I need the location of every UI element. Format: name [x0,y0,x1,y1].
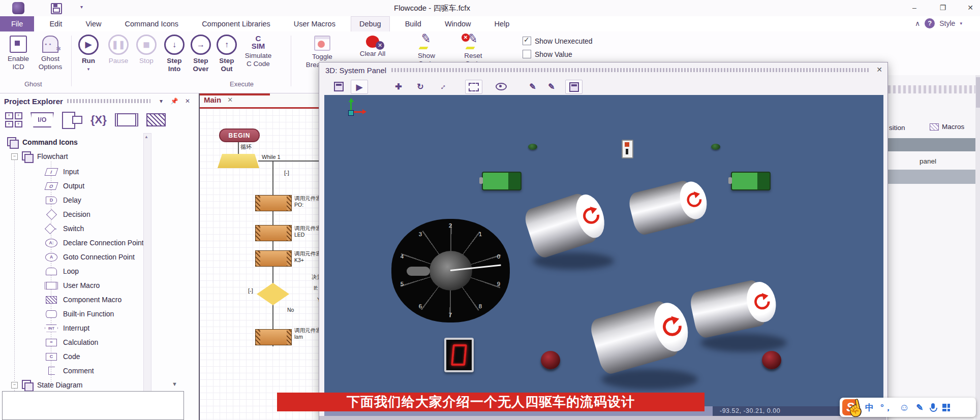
tree-item-input[interactable]: IInput [44,167,79,177]
macros-header[interactable]: Macros [930,123,964,131]
tab-close-icon[interactable]: ✕ [227,96,233,104]
icon-grid-icon[interactable]: ++++ [5,112,22,127]
tree-item-switch[interactable]: ▪▪Switch [44,223,84,234]
menu-debug[interactable]: Debug [351,16,390,31]
3d-panel-titlebar[interactable]: 3D: System Panel [319,62,887,78]
flowchart-component-macro-node[interactable] [255,195,292,211]
tree-item-decision[interactable]: Decision [44,209,90,219]
ime-punctuation-toggle[interactable]: °， [880,402,893,413]
tree-item-goto-connection-point[interactable]: AGoto Connection Point [44,252,135,262]
style-button[interactable]: Style [939,19,955,27]
tab-main[interactable]: Main ✕ [204,95,233,104]
menu-edit[interactable]: Edit [41,16,70,31]
collapse-box-icon[interactable]: − [11,153,18,160]
tree-dropdown-icon[interactable]: ▼ [172,381,177,387]
flowchart-component-macro-node[interactable] [255,225,292,241]
ime-pen-icon[interactable]: ✎ [916,402,923,413]
panel-drag-texture[interactable] [888,85,980,93]
panel-row-band[interactable] [888,138,975,151]
battery-module[interactable] [482,172,522,190]
run-button[interactable]: ▶ Run ▾ [77,35,100,73]
pan-view-icon[interactable]: ✚ [390,80,407,93]
menu-view[interactable]: View [77,16,109,31]
menu-help[interactable]: Help [486,16,517,31]
panel-close-icon[interactable]: ✕ [183,98,192,105]
show-unexecuted-checkbox[interactable]: Show Unexecuted [523,37,593,45]
ime-microphone-icon[interactable] [930,403,936,411]
rotary-dial[interactable] [391,219,510,322]
menu-component-libraries[interactable]: Component Libraries [194,16,279,31]
close-button[interactable]: ✕ [963,2,978,13]
step-out-button[interactable]: ↑ Step Out [216,35,238,73]
pin-icon[interactable]: 📌 [170,98,179,105]
green-led[interactable] [528,144,537,150]
collapse-marker[interactable]: [-] [248,287,253,294]
stop-button[interactable]: ◼ Stop [135,35,158,65]
help-icon[interactable]: ? [925,18,935,28]
dc-motor[interactable] [588,296,694,376]
save-icon[interactable] [51,3,62,14]
drag-texture[interactable] [391,68,870,72]
collapse-ribbon-icon[interactable]: ∧ [915,19,920,27]
minimize-button[interactable]: – [907,2,922,13]
tree-item-component-macro[interactable]: Component Macro [44,295,121,305]
select-box-icon[interactable] [465,80,482,94]
menu-command-icons[interactable]: Command Icons [117,16,187,31]
seven-segment-display[interactable]: 0 [444,338,474,372]
variables-icon[interactable]: {X} [90,113,107,126]
panel-row-band-selected[interactable] [888,170,975,184]
tree-item-code[interactable]: CCode [44,351,80,362]
ime-emoji-icon[interactable]: ☺ [899,402,909,413]
pause-button[interactable]: ❚❚ Pause [106,35,131,65]
tree-item-built-in-function[interactable]: Built-in Function [44,309,114,319]
menu-window[interactable]: Window [437,16,479,31]
step-into-button[interactable]: ↓ Step Into [163,35,186,73]
tree-node-flowchart[interactable]: − Flowchart [11,151,68,161]
enable-icd-button[interactable]: Enable ICD [4,36,33,71]
right-panel-scrollbar[interactable] [975,75,980,420]
ime-language-toggle[interactable]: 中 [865,402,874,413]
windows-icon[interactable] [62,112,82,128]
explorer-scrollbar[interactable] [143,133,151,420]
menu-file[interactable]: File [0,16,34,31]
3d-panel-close-icon[interactable]: ✕ [876,66,882,74]
ime-toolbox-icon[interactable] [942,404,950,411]
play-simulation-icon[interactable]: ▶ [351,80,368,94]
flowchart-component-macro-node[interactable] [255,329,292,345]
flowchart-decision-node[interactable] [257,283,289,305]
step-over-button[interactable]: → Step Over [189,35,212,73]
dc-motor[interactable] [522,188,610,260]
draw-line-icon[interactable]: ✎ [525,80,541,93]
quick-access-caret-icon[interactable]: ▾ [80,4,83,10]
collapse-box-icon[interactable]: − [11,382,18,389]
tree-item-user-macro[interactable]: User Macro [44,280,100,290]
tree-item-output[interactable]: OOutput [44,181,84,191]
draw-line-alt-icon[interactable]: ✎ [543,80,560,93]
ghost-options-button[interactable]: Ghost Options [35,36,66,71]
drag-texture[interactable] [67,99,150,103]
tree-item-declare-connection-point[interactable]: A:Declare Connection Point [44,238,144,248]
system-panel-icon[interactable] [330,80,347,93]
restore-button[interactable]: ❐ [935,2,951,13]
tree-item-loop[interactable]: Loop [44,266,79,276]
tree-item-comment[interactable]: Comment [44,366,94,376]
dc-motor[interactable] [688,276,780,339]
tree-item-delay[interactable]: DDelay [44,195,81,205]
simulate-c-code-button[interactable]: C SIM Simulate C Code [242,35,274,68]
show-value-checkbox[interactable]: Show Value [523,50,572,58]
panel-dropdown-icon[interactable]: ▾ [157,98,166,105]
collapse-marker[interactable]: [-] [284,170,289,176]
zoom-extents-icon[interactable]: ↔ [434,80,450,93]
user-macro-toolbar-icon[interactable] [115,113,138,126]
menu-build[interactable]: Build [397,16,430,31]
app-icon[interactable] [12,2,24,14]
menu-user-macros[interactable]: User Macros [286,16,344,31]
3d-scene-viewport[interactable]: 0 1 2 3 4 5 6 7 8 9 0 -93.52, -30.21, 0.… [324,95,883,416]
component-macro-toolbar-icon[interactable] [146,113,166,126]
tree-item-interrupt[interactable]: INTInterrupt [44,323,89,333]
push-button-red[interactable] [762,351,781,369]
project-explorer-header[interactable]: Project Explorer ▾ 📌 ✕ [0,94,192,108]
visibility-eye-icon[interactable] [493,80,509,93]
tree-root-command-icons[interactable]: Command Icons [7,137,78,147]
green-led[interactable] [711,144,720,150]
